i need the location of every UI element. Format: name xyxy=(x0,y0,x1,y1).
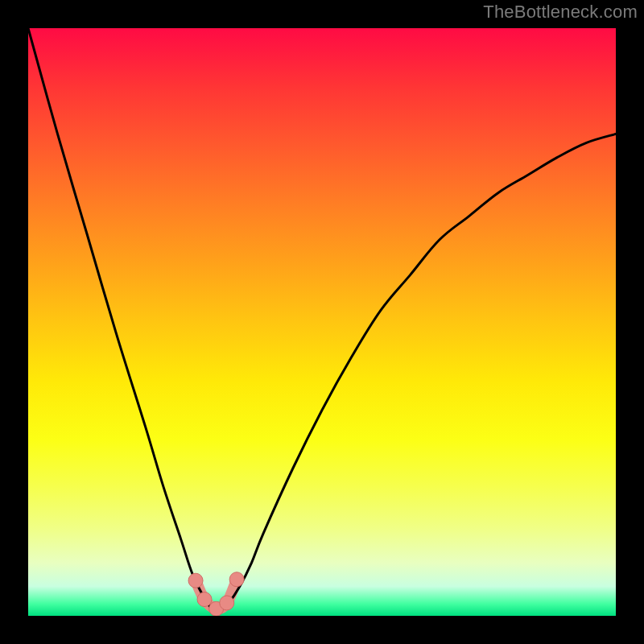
curve-svg xyxy=(28,28,616,616)
watermark-text: TheBottleneck.com xyxy=(483,2,638,23)
marker-right-lower xyxy=(220,596,234,610)
plot-area xyxy=(28,28,616,616)
chart-frame: TheBottleneck.com xyxy=(0,0,644,644)
bottleneck-curve xyxy=(28,28,616,610)
marker-left-lower xyxy=(197,592,212,607)
marker-left-upper xyxy=(188,573,203,588)
marker-right-upper xyxy=(229,572,244,587)
